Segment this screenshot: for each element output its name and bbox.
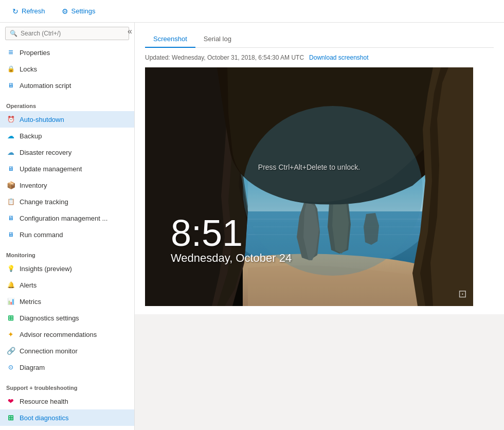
sidebar-item-alerts[interactable]: 🔔 Alerts (0, 277, 134, 293)
update-management-icon: 🖥 (6, 164, 15, 173)
toolbar: ↻ Refresh ⚙ Settings (0, 0, 504, 23)
diagnostics-settings-icon: ⊞ (6, 313, 15, 322)
sidebar-item-label: Inventory (20, 182, 47, 189)
sidebar-item-update-management[interactable]: 🖥 Update management (0, 160, 134, 177)
sidebar-item-disaster-recovery[interactable]: ☁ Disaster recovery (0, 144, 134, 160)
sidebar: « 🔍 ≡ Properties 🔒 Locks 🖥 Automation sc… (0, 23, 135, 430)
sidebar-item-label: Run command (20, 231, 63, 239)
sidebar-item-label: Diagram (20, 364, 45, 371)
metrics-icon: 📊 (6, 297, 15, 306)
backup-icon: ☁ (6, 131, 15, 140)
screenshot-frame: Press Ctrl+Alt+Delete to unlock. 8:51 We… (145, 67, 473, 306)
sidebar-item-diagnostics-settings[interactable]: ⊞ Diagnostics settings (0, 310, 134, 326)
settings-label: Settings (71, 7, 96, 15)
content-area: Screenshot Serial log Updated: Wednesday… (135, 23, 504, 430)
sidebar-item-label: Automation script (20, 82, 71, 89)
download-screenshot-link[interactable]: Download screenshot (309, 54, 368, 61)
tab-serial-log[interactable]: Serial log (195, 31, 240, 48)
sidebar-item-label: Connection monitor (20, 347, 78, 355)
automation-script-icon: 🖥 (6, 81, 15, 90)
resource-health-icon: ❤ (6, 397, 15, 406)
sidebar-item-label: Metrics (20, 298, 41, 306)
locks-icon: 🔒 (6, 64, 15, 74)
sidebar-item-locks[interactable]: 🔒 Locks (0, 61, 134, 77)
lockscreen-date: Wednesday, October 24 (171, 252, 292, 265)
sidebar-item-diagram[interactable]: ⊙ Diagram (0, 359, 134, 375)
sidebar-item-label: Disaster recovery (20, 149, 71, 156)
sidebar-item-auto-shutdown[interactable]: ⏰ Auto-shutdown (0, 111, 134, 128)
settings-icon: ⚙ (62, 7, 68, 15)
sidebar-item-resource-health[interactable]: ❤ Resource health (0, 393, 134, 409)
sidebar-collapse-button[interactable]: « (128, 27, 132, 36)
svg-rect-15 (145, 67, 473, 306)
connection-monitor-icon: 🔗 (6, 346, 15, 355)
sidebar-item-label: Insights (preview) (20, 265, 72, 273)
sidebar-item-metrics[interactable]: 📊 Metrics (0, 293, 134, 310)
insights-icon: 💡 (6, 264, 15, 273)
settings-button[interactable]: ⚙ Settings (58, 5, 100, 17)
run-command-icon: 🖥 (6, 230, 15, 239)
sidebar-item-run-command[interactable]: 🖥 Run command (0, 226, 134, 243)
lockscreen-image (145, 67, 473, 306)
disaster-recovery-icon: ☁ (6, 148, 15, 157)
diagram-icon: ⊙ (6, 363, 15, 372)
content-inner: Screenshot Serial log Updated: Wednesday… (135, 23, 504, 314)
sidebar-item-configuration-management[interactable]: 🖥 Configuration management ... (0, 210, 134, 226)
change-tracking-icon: 📋 (6, 197, 15, 206)
auto-shutdown-icon: ⏰ (6, 115, 15, 124)
sidebar-item-change-tracking[interactable]: 📋 Change tracking (0, 193, 134, 210)
operations-section-header: Operations (0, 98, 134, 111)
lockscreen-text: 8:51 Wednesday, October 24 (171, 214, 292, 265)
sidebar-item-label: Change tracking (20, 198, 68, 206)
monitor-icon: ⊡ (458, 288, 467, 300)
sidebar-item-label: Auto-shutdown (20, 116, 64, 123)
refresh-icon: ↻ (12, 7, 19, 15)
sidebar-item-automation-script[interactable]: 🖥 Automation script (0, 77, 134, 94)
search-input[interactable] (21, 30, 124, 37)
properties-icon: ≡ (6, 48, 15, 57)
sidebar-item-inventory[interactable]: 📦 Inventory (0, 177, 134, 193)
sidebar-item-backup[interactable]: ☁ Backup (0, 128, 134, 144)
sidebar-item-label: Alerts (20, 281, 37, 289)
refresh-label: Refresh (22, 7, 45, 15)
updated-line: Updated: Wednesday, October 31, 2018, 6:… (145, 54, 494, 61)
sidebar-item-connection-monitor[interactable]: 🔗 Connection monitor (0, 343, 134, 359)
sidebar-item-insights[interactable]: 💡 Insights (preview) (0, 260, 134, 277)
advisor-recommendations-icon: ✦ (6, 330, 15, 339)
main-layout: « 🔍 ≡ Properties 🔒 Locks 🖥 Automation sc… (0, 23, 504, 430)
refresh-button[interactable]: ↻ Refresh (8, 5, 49, 17)
inventory-icon: 📦 (6, 181, 15, 190)
sidebar-item-label: Diagnostics settings (20, 314, 79, 322)
tabs: Screenshot Serial log (145, 31, 494, 48)
sidebar-item-label: Update management (20, 165, 82, 173)
alerts-icon: 🔔 (6, 280, 15, 290)
monitoring-section-header: Monitoring (0, 247, 134, 260)
search-icon: 🔍 (10, 30, 17, 37)
configuration-management-icon: 🖥 (6, 213, 15, 223)
sidebar-item-label: Configuration management ... (20, 214, 107, 222)
sidebar-item-boot-diagnostics[interactable]: ⊞ Boot diagnostics (0, 409, 134, 426)
ctrl-alt-del-text: Press Ctrl+Alt+Delete to unlock. (258, 163, 360, 171)
lockscreen-time: 8:51 (171, 214, 292, 252)
sidebar-item-label: Resource health (20, 398, 68, 405)
search-box: 🔍 (5, 27, 129, 40)
tab-screenshot[interactable]: Screenshot (145, 31, 195, 48)
sidebar-item-label: Properties (20, 49, 50, 57)
sidebar-item-label: Backup (20, 132, 42, 140)
sidebar-item-advisor-recommendations[interactable]: ✦ Advisor recommendations (0, 326, 134, 343)
sidebar-item-properties[interactable]: ≡ Properties (0, 44, 134, 61)
sidebar-item-label: Locks (20, 65, 37, 73)
sidebar-item-performance-diagnostics[interactable]: ⊞ Performance diagnostics (P... (0, 426, 134, 430)
updated-text: Updated: Wednesday, October 31, 2018, 6:… (145, 54, 304, 61)
support-section-header: Support + troubleshooting (0, 380, 134, 393)
boot-diagnostics-icon: ⊞ (6, 413, 15, 422)
sidebar-item-label: Advisor recommendations (20, 331, 97, 338)
sidebar-item-label: Boot diagnostics (20, 414, 68, 422)
